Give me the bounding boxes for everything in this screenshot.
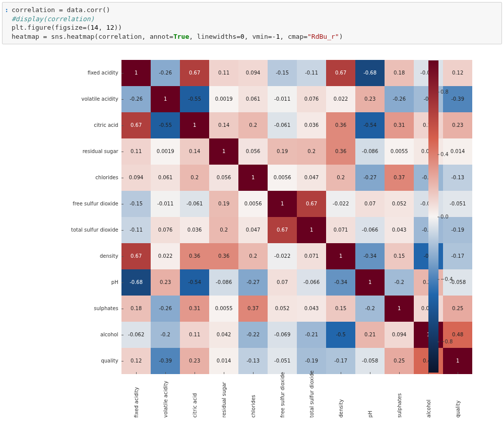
heatmap-cell: 0.022 bbox=[326, 86, 355, 112]
heatmap-cell: 0.043 bbox=[297, 296, 326, 322]
heatmap-cell: 0.11 bbox=[209, 60, 238, 86]
heatmap-cell: -0.5 bbox=[326, 322, 355, 348]
row-label: sulphates bbox=[71, 296, 121, 322]
heatmap-cell: 0.07 bbox=[355, 191, 385, 217]
colorbar-tick: 0.4 bbox=[440, 152, 449, 157]
heatmap-cell: -0.15 bbox=[268, 60, 297, 86]
heatmap-cell: -0.051 bbox=[268, 348, 297, 374]
colorbar-tick: 0.0 bbox=[440, 214, 449, 220]
colorbar-tick: −0.8 bbox=[440, 339, 453, 344]
heatmap-cell: -0.21 bbox=[297, 322, 326, 348]
heatmap-cell: -0.68 bbox=[121, 269, 151, 296]
heatmap-cell: 1 bbox=[238, 165, 268, 191]
heatmap-cell: 0.076 bbox=[151, 217, 180, 243]
heatmap-cell: 0.67 bbox=[268, 217, 297, 243]
heatmap-cell: 0.31 bbox=[385, 112, 414, 138]
heatmap-cell: -0.26 bbox=[151, 60, 180, 86]
heatmap-cell: 0.076 bbox=[297, 86, 326, 112]
heatmap-cell: 0.014 bbox=[209, 348, 238, 374]
heatmap-cell: 0.2 bbox=[209, 217, 238, 243]
heatmap-cell: -0.2 bbox=[355, 296, 385, 322]
heatmap-cell: -0.011 bbox=[268, 86, 297, 112]
heatmap-cell: 0.2 bbox=[238, 243, 268, 269]
heatmap-cell: 0.23 bbox=[355, 86, 385, 112]
col-label: total sulfur dioxide bbox=[297, 374, 326, 426]
heatmap-cell: -0.19 bbox=[443, 217, 472, 243]
heatmap-cell: 0.18 bbox=[385, 60, 414, 86]
heatmap-cell: -0.2 bbox=[151, 322, 180, 348]
row-label: volatile acidity bbox=[71, 86, 121, 112]
heatmap-cell: 1 bbox=[209, 138, 238, 165]
heatmap-cell: 0.19 bbox=[209, 191, 238, 217]
heatmap-cell: 0.15 bbox=[385, 243, 414, 269]
heatmap-cell: 0.19 bbox=[268, 138, 297, 165]
heatmap-cell: 1 bbox=[121, 60, 151, 86]
heatmap-chart: fixed acidity1-0.260.670.110.094-0.15-0.… bbox=[15, 49, 489, 436]
heatmap-cell: 0.061 bbox=[151, 165, 180, 191]
heatmap-cell: 0.12 bbox=[443, 60, 472, 86]
heatmap-cell: 1 bbox=[355, 269, 385, 296]
heatmap-cell: -0.34 bbox=[355, 243, 385, 269]
heatmap-cell: -0.39 bbox=[151, 348, 180, 374]
heatmap-cell: 0.2 bbox=[180, 165, 209, 191]
heatmap-cell: 0.0055 bbox=[209, 296, 238, 322]
heatmap-cell: 0.047 bbox=[238, 217, 268, 243]
heatmap-cell: -0.26 bbox=[121, 86, 151, 112]
heatmap-cell: 0.022 bbox=[151, 243, 180, 269]
heatmap-cell: 0.12 bbox=[121, 348, 151, 374]
colorbar-tick: 0.8 bbox=[440, 89, 449, 95]
row-label: quality bbox=[71, 348, 121, 374]
colorbar bbox=[428, 60, 438, 373]
heatmap-cell: -0.051 bbox=[443, 191, 472, 217]
heatmap-cell: -0.022 bbox=[326, 191, 355, 217]
heatmap-cell: 0.36 bbox=[209, 243, 238, 269]
heatmap-cell: 0.0019 bbox=[151, 138, 180, 165]
heatmap-cell: 0.67 bbox=[297, 191, 326, 217]
col-label: quality bbox=[443, 374, 472, 426]
heatmap-cell: -0.011 bbox=[151, 191, 180, 217]
heatmap-cell: -0.061 bbox=[268, 112, 297, 138]
colorbar-tick: −0.4 bbox=[440, 276, 453, 282]
row-label: free sulfur dioxide bbox=[71, 191, 121, 217]
heatmap-cell: 0.31 bbox=[180, 296, 209, 322]
col-label: chlorides bbox=[238, 374, 268, 426]
row-label: chlorides bbox=[71, 165, 121, 191]
heatmap-cell: -0.27 bbox=[238, 269, 268, 296]
heatmap-cell: 1 bbox=[268, 191, 297, 217]
heatmap-cell: 0.37 bbox=[385, 165, 414, 191]
heatmap-cell: 0.052 bbox=[268, 296, 297, 322]
heatmap-cell: 0.67 bbox=[180, 60, 209, 86]
heatmap-cell: -0.11 bbox=[297, 60, 326, 86]
heatmap-cell: 0.2 bbox=[238, 112, 268, 138]
heatmap-cell: 0.23 bbox=[443, 112, 472, 138]
heatmap-cell: 0.0055 bbox=[385, 138, 414, 165]
heatmap-cell: -0.15 bbox=[121, 191, 151, 217]
heatmap-cell: 0.0056 bbox=[268, 165, 297, 191]
heatmap-cell: -0.54 bbox=[180, 269, 209, 296]
heatmap-cell: -0.22 bbox=[238, 322, 268, 348]
heatmap-cell: -0.058 bbox=[443, 269, 472, 296]
heatmap-cell: 1 bbox=[151, 86, 180, 112]
heatmap-cell: 0.056 bbox=[238, 138, 268, 165]
heatmap-cell: -0.26 bbox=[385, 86, 414, 112]
row-label: alcohol bbox=[71, 322, 121, 348]
heatmap-cell: 0.11 bbox=[121, 138, 151, 165]
heatmap-cell: -0.086 bbox=[355, 138, 385, 165]
row-label: fixed acidity bbox=[71, 60, 121, 86]
heatmap-cell: -0.17 bbox=[326, 348, 355, 374]
heatmap-cell: 1 bbox=[180, 112, 209, 138]
row-label: density bbox=[71, 243, 121, 269]
heatmap-cell: -0.68 bbox=[355, 60, 385, 86]
heatmap-cell: -0.022 bbox=[268, 243, 297, 269]
heatmap-cell: -0.55 bbox=[180, 86, 209, 112]
heatmap-cell: 0.23 bbox=[151, 269, 180, 296]
heatmap-cell: 0.2 bbox=[326, 165, 355, 191]
heatmap-cell: -0.2 bbox=[385, 269, 414, 296]
heatmap-cell: -0.17 bbox=[443, 243, 472, 269]
heatmap-cell: -0.26 bbox=[151, 296, 180, 322]
heatmap-grid: fixed acidity1-0.260.670.110.094-0.15-0.… bbox=[71, 59, 473, 425]
heatmap-cell: -0.066 bbox=[355, 217, 385, 243]
heatmap-cell: 0.36 bbox=[326, 138, 355, 165]
heatmap-cell: -0.27 bbox=[355, 165, 385, 191]
code-cell: : correlation = data.corr() #display(cor… bbox=[2, 2, 502, 44]
